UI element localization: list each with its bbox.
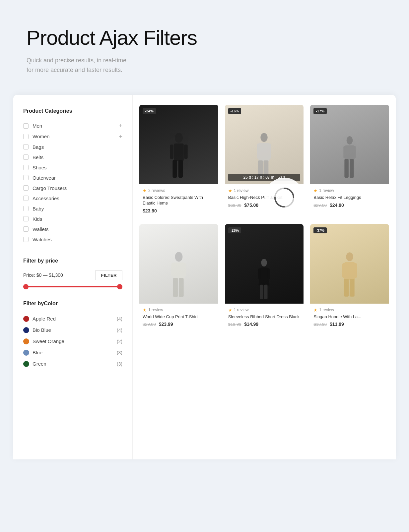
badge-p6: -37% — [313, 227, 327, 233]
price-slider[interactable] — [23, 286, 122, 287]
color-item-green[interactable]: Green (3) — [23, 358, 122, 370]
product-name-p6: Slogan Hoodie With La... — [313, 314, 386, 320]
svg-point-30 — [346, 252, 353, 261]
category-label-wallets: Wallets — [33, 226, 49, 232]
svg-rect-26 — [258, 268, 261, 279]
svg-rect-24 — [179, 278, 184, 297]
expand-icon-men[interactable]: + — [119, 123, 122, 129]
checkbox-cargo-trousers[interactable] — [23, 185, 29, 191]
category-label-bags: Bags — [33, 144, 44, 150]
slider-thumb-min[interactable] — [23, 284, 29, 289]
product-card-p5[interactable]: -26% ★ 1 review Sleeveless — [225, 224, 304, 331]
checkbox-wallets[interactable] — [23, 226, 29, 232]
category-item-kids: Kids — [23, 214, 122, 224]
expand-icon-women[interactable]: + — [119, 134, 122, 140]
svg-rect-18 — [350, 159, 354, 178]
svg-point-1 — [175, 133, 183, 143]
checkbox-watches[interactable] — [23, 237, 29, 242]
color-count-blue: (3) — [117, 350, 122, 355]
review-count-p3: 1 review — [319, 188, 334, 193]
color-filter-section: Filter byColor Apple Red (4) Bio Blue (4… — [23, 301, 122, 370]
color-swatch-bio-blue — [23, 327, 29, 333]
checkbox-bags[interactable] — [23, 144, 29, 149]
product-rating-p3: ★ 1 review — [313, 188, 386, 193]
color-item-sweet-orange[interactable]: Sweet Orange (2) — [23, 336, 122, 347]
category-item-bags: Bags — [23, 142, 122, 152]
product-info-p3: ★ 1 review Basic Relax Fit Leggings $29.… — [310, 184, 389, 212]
product-card-p1[interactable]: -24% ★ 2 reviews — [139, 105, 218, 217]
category-label-men: Men — [33, 123, 42, 129]
color-filter-title: Filter byColor — [23, 301, 122, 307]
color-swatch-green — [23, 361, 29, 367]
color-name-apple-red: Apple Red — [33, 316, 56, 322]
checkbox-women[interactable] — [23, 134, 29, 139]
category-label-kids: Kids — [33, 216, 42, 222]
checkbox-kids[interactable] — [23, 216, 29, 221]
svg-rect-28 — [260, 284, 264, 299]
hero-subtitle-line1: Quick and precise results, in real-time — [27, 57, 126, 64]
svg-point-19 — [175, 252, 182, 262]
sidebar: Product Categories Men + Women + — [13, 95, 133, 459]
color-name-green: Green — [33, 361, 46, 367]
product-image-p2: -16% 26 d : 17 h : 07 m : 53 s — [225, 105, 304, 184]
svg-rect-33 — [353, 263, 357, 278]
category-label-belts: Belts — [33, 154, 43, 160]
product-info-p5: ★ 1 review Sleeveless Ribbed Short Dress… — [225, 304, 304, 331]
filter-button[interactable]: FILTER — [95, 270, 122, 280]
price-range-text: Price: $0 — $1,300 — [23, 272, 63, 278]
color-item-apple-red[interactable]: Apple Red (4) — [23, 313, 122, 325]
product-info-p6: ★ 1 review Slogan Hoodie With La... $18.… — [310, 304, 389, 331]
color-item-blue[interactable]: Blue (3) — [23, 347, 122, 358]
categories-section: Product Categories Men + Women + — [23, 108, 122, 245]
price-min: $0 — [36, 272, 42, 278]
category-list: Men + Women + Bags — [23, 121, 122, 245]
price-range-label: Price: $0 — $1,300 FILTER — [23, 270, 122, 280]
price-max: $1,300 — [49, 272, 63, 278]
checkbox-men[interactable] — [23, 123, 29, 129]
slider-thumb-max[interactable] — [117, 284, 122, 289]
svg-rect-17 — [345, 159, 349, 178]
category-item-wallets: Wallets — [23, 224, 122, 234]
product-price-p6: $18.98 $11.99 — [313, 322, 386, 327]
product-image-p6: -37% — [310, 224, 389, 304]
products-grid: -24% ★ 2 reviews — [139, 105, 389, 331]
product-figure-p6 — [336, 251, 363, 304]
svg-point-13 — [347, 136, 353, 145]
category-item-belts: Belts — [23, 152, 122, 162]
product-image-p4 — [139, 224, 218, 304]
color-swatch-blue — [23, 350, 29, 356]
category-label-shoes: Shoes — [33, 165, 47, 170]
color-item-bio-blue[interactable]: Bio Blue (4) — [23, 325, 122, 336]
category-item-shoes: Shoes — [23, 162, 122, 173]
checkbox-shoes[interactable] — [23, 165, 29, 170]
svg-rect-9 — [257, 143, 261, 159]
product-card-p3[interactable]: -17% ★ 1 review Basic Rela — [310, 105, 389, 217]
price-filter-section: Filter by price Price: $0 — $1,300 FILTE… — [23, 258, 122, 287]
product-card-p4[interactable]: ★ 1 review World Wide Cup Print T-Shirt … — [139, 224, 218, 331]
product-price-p3: $29.00 $24.90 — [313, 203, 386, 208]
checkbox-outerwear[interactable] — [23, 175, 29, 180]
product-info-p1: ★ 2 reviews Basic Colored Sweatpants Wit… — [139, 184, 218, 217]
old-price-p2: $69.00 — [228, 203, 241, 208]
color-count-green: (3) — [117, 361, 122, 367]
old-price-p3: $29.00 — [313, 203, 327, 208]
svg-rect-3 — [172, 160, 177, 177]
category-item-men: Men + — [23, 121, 122, 131]
category-label-women: Women — [33, 134, 49, 139]
category-label-accessories: Accessories — [33, 196, 59, 201]
svg-rect-35 — [350, 279, 355, 296]
category-item-cargo-trousers: Cargo Trousers — [23, 183, 122, 193]
category-label-cargo-trousers: Cargo Trousers — [33, 185, 67, 191]
product-rating-p4: ★ 1 review — [143, 308, 215, 313]
review-count-p4: 1 review — [148, 308, 163, 312]
review-count-p1: 2 reviews — [148, 188, 165, 193]
checkbox-baby[interactable] — [23, 206, 29, 211]
category-item-accessories: Accessories — [23, 193, 122, 204]
checkbox-belts[interactable] — [23, 154, 29, 160]
product-figure-p5 — [252, 257, 276, 304]
checkbox-accessories[interactable] — [23, 196, 29, 201]
product-card-p6[interactable]: -37% ★ 1 review Slogan Hoo — [310, 224, 389, 331]
star-icon-p5: ★ — [228, 308, 232, 313]
category-label-outerwear: Outerwear — [33, 175, 56, 181]
main-content: Product Categories Men + Women + — [13, 95, 396, 459]
